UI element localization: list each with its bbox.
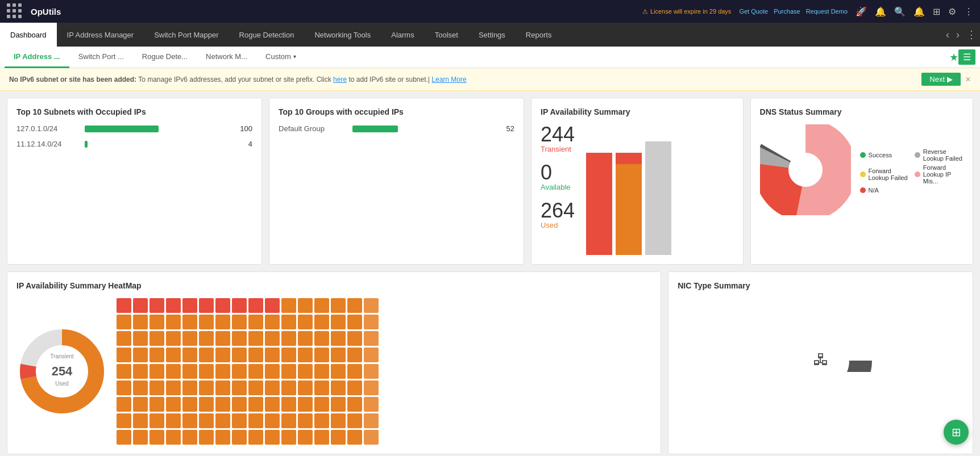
heatmap-cell — [117, 413, 131, 428]
heatmap-cell — [281, 430, 296, 445]
dns-content: Success Reverse Lookup Failed Forward Lo… — [760, 124, 964, 217]
heatmap-cell — [298, 315, 313, 329]
nic-title: NIC Type Summary — [678, 281, 964, 290]
subnet-val-1: 100 — [235, 124, 252, 133]
groups-title: Top 10 Groups with occupied IPs — [279, 107, 514, 116]
heatmap-cell — [182, 364, 197, 379]
heatmap-cell — [215, 380, 230, 395]
nav-item-switch[interactable]: Switch Port Mapper — [144, 23, 229, 47]
heatmap-cell — [215, 315, 230, 329]
nav-more-icon[interactable]: ⋮ — [963, 28, 980, 41]
heatmap-cell — [331, 413, 346, 428]
subnav-item-network[interactable]: Network M... — [197, 47, 256, 68]
heatmap-cell — [265, 380, 280, 395]
heatmap-cell — [182, 380, 197, 395]
nav-item-alarms[interactable]: Alarms — [381, 23, 424, 47]
banner-link[interactable]: here — [333, 76, 347, 83]
heatmap-cell — [133, 315, 148, 329]
chevron-down-icon: ▾ — [293, 53, 296, 60]
heatmap-cell — [331, 397, 346, 412]
nav-item-networking[interactable]: Networking Tools — [304, 23, 381, 47]
group-bar-wrap-1 — [352, 125, 492, 132]
heatmap-cell — [331, 364, 346, 379]
heatmap-cell — [150, 430, 164, 445]
nav-item-dashboard[interactable]: Dashboard — [0, 23, 57, 47]
star-icon[interactable]: ★ — [949, 51, 958, 64]
learn-more-link[interactable]: Learn More — [431, 76, 466, 83]
notification-icon[interactable]: 🔔 — [913, 6, 925, 17]
heatmap-cell — [199, 397, 214, 412]
nav-item-settings[interactable]: Settings — [468, 23, 516, 47]
reverse-failed-dot — [915, 152, 920, 158]
purchase-link[interactable]: Purchase — [774, 8, 800, 15]
ip-bar-seg-orange — [616, 164, 642, 255]
heatmap-cell — [331, 298, 346, 313]
heatmap-cell — [347, 430, 362, 445]
settings-icon[interactable]: ⚙ — [948, 6, 956, 17]
subnet-bar-wrap-1 — [85, 125, 230, 132]
heatmap-cell — [232, 380, 247, 395]
heatmap-cell — [298, 397, 313, 412]
nic-card: NIC Type Summary 🖧 — [668, 271, 973, 454]
heatmap-cell — [364, 348, 379, 362]
subnav-grid-icon[interactable]: ☰ — [958, 49, 975, 65]
subnet-row-2: 11.12.14.0/24 4 — [16, 140, 252, 148]
heatmap-cell — [265, 298, 280, 313]
heatmap-title: IP Availability Summary HeatMap — [16, 281, 651, 290]
next-button[interactable]: Next ▶ — [921, 73, 961, 86]
heatmap-cell — [265, 413, 280, 428]
get-quote-link[interactable]: Get Quote — [739, 8, 768, 15]
heatmap-cell — [166, 364, 181, 379]
rocket-icon[interactable]: 🚀 — [856, 6, 867, 17]
heatmap-cell — [199, 315, 214, 329]
group-label-1: Default Group — [279, 124, 347, 133]
heatmap-cell — [281, 397, 296, 412]
nav-item-reports[interactable]: Reports — [516, 23, 562, 47]
subnet-bar-2 — [85, 141, 88, 148]
heatmap-cell — [150, 380, 164, 395]
success-label: Success — [869, 152, 892, 158]
ip-transient-label: Transient — [541, 145, 575, 153]
more-icon[interactable]: ⋮ — [964, 6, 973, 17]
nav-prev-arrow[interactable]: ‹ — [942, 29, 953, 41]
heatmap-cell — [314, 315, 329, 329]
heatmap-cell — [182, 397, 197, 412]
search-icon[interactable]: 🔍 — [894, 6, 906, 17]
nav-item-rogue[interactable]: Rogue Detection — [229, 23, 305, 47]
success-dot — [860, 152, 866, 158]
banner-detail: To manage IPv6 addresses, add your subne… — [138, 76, 333, 83]
heatmap-cell — [248, 397, 263, 412]
banner-text: No IPv6 subnet or site has been added: T… — [9, 76, 467, 83]
subnav-item-rogue[interactable]: Rogue Dete... — [133, 47, 197, 68]
heatmap-cell — [281, 331, 296, 346]
top-row: Top 10 Subnets with Occupied IPs 127.0.1… — [7, 98, 973, 265]
heatmap-cell — [314, 348, 329, 362]
subnet-label-1: 127.0.1.0/24 — [16, 124, 79, 133]
heatmap-cell — [182, 331, 197, 346]
heatmap-cell — [182, 348, 197, 362]
fab-button[interactable]: ⊞ — [944, 420, 969, 445]
bell-icon[interactable]: 🔔 — [875, 6, 886, 17]
nav-item-toolset[interactable]: Toolset — [425, 23, 468, 47]
heatmap-cell — [150, 348, 164, 362]
ip-stats: 244 Transient 0 Available 264 Used — [541, 124, 575, 229]
next-label: Next — [929, 75, 945, 83]
heatmap-cell — [166, 348, 181, 362]
na-label: N/A — [869, 187, 879, 194]
nav-next-arrow[interactable]: › — [953, 29, 963, 41]
donut-used-label: Used — [55, 380, 68, 387]
request-demo-link[interactable]: Request Demo — [806, 8, 848, 15]
heatmap-cell — [265, 364, 280, 379]
apps-icon[interactable] — [7, 3, 23, 19]
heatmap-cell — [248, 298, 263, 313]
subnav-item-switch[interactable]: Switch Port ... — [69, 47, 133, 68]
subnav-item-custom[interactable]: Custom ▾ — [256, 47, 305, 68]
heatmap-cell — [215, 413, 230, 428]
subnet-bar-wrap-2 — [85, 141, 230, 148]
close-icon[interactable]: ✕ — [965, 76, 971, 83]
nav-item-ipam[interactable]: IP Address Manager — [57, 23, 144, 47]
layout-icon[interactable]: ⊞ — [933, 6, 940, 17]
subnet-val-2: 4 — [235, 140, 252, 148]
subnav-item-ipaddress[interactable]: IP Address ... — [5, 47, 69, 68]
banner-after: to add IPv6 site or subnet.| — [348, 76, 431, 83]
